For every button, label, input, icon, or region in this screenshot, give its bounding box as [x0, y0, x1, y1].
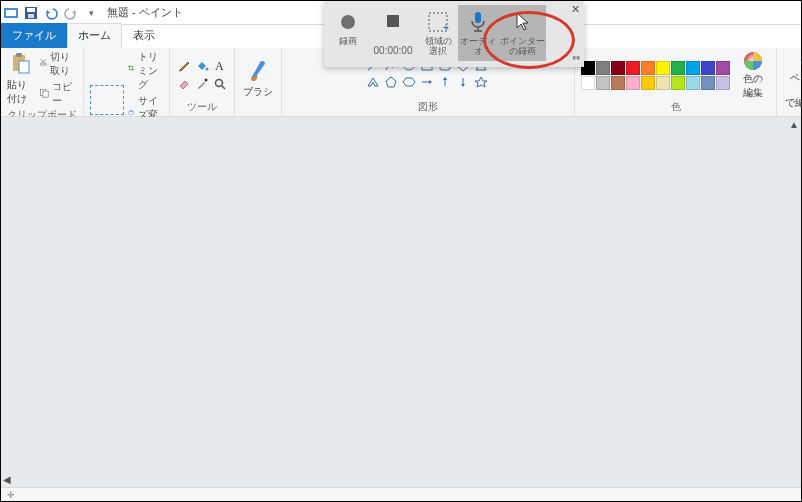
svg-point-9 [43, 62, 45, 64]
paste-label: 貼り付け [7, 78, 35, 106]
pencil-tool[interactable] [176, 58, 192, 74]
color-swatch[interactable] [596, 76, 610, 90]
color-swatch[interactable] [671, 76, 685, 90]
color-wheel-icon [742, 50, 764, 72]
color-swatch[interactable] [641, 76, 655, 90]
copy-icon [39, 88, 50, 101]
paint3d-icon [798, 43, 802, 71]
region-select-button[interactable]: + 領域の 選択 [418, 5, 458, 61]
svg-point-17 [205, 79, 208, 82]
crop-label: トリミング [138, 50, 163, 92]
scroll-up-icon[interactable]: ▲ [789, 119, 799, 130]
svg-marker-26 [368, 78, 378, 86]
shapes-group-label: 図形 [418, 100, 438, 116]
crop-icon [128, 65, 135, 78]
scissors-icon [39, 58, 48, 71]
copy-label: コピー [52, 80, 77, 108]
tools-group-label: ツール [187, 100, 217, 116]
svg-marker-32 [443, 77, 447, 80]
brush-icon [244, 55, 272, 85]
color-swatch[interactable] [581, 76, 595, 90]
redo-icon[interactable] [63, 5, 79, 21]
tab-home[interactable]: ホーム [67, 23, 122, 48]
region-icon: + [423, 7, 453, 37]
color-swatch[interactable] [716, 76, 730, 90]
stop-icon[interactable] [383, 11, 403, 31]
svg-rect-6 [16, 53, 22, 57]
color-swatch[interactable] [656, 61, 670, 75]
svg-rect-3 [27, 8, 35, 12]
brush-label: ブラシ [243, 85, 273, 99]
app-icon [3, 5, 19, 21]
canvas-area[interactable]: ◀ ▲ [1, 117, 801, 487]
close-icon[interactable]: ✕ [571, 3, 580, 16]
colors-group-label: 色 [671, 100, 681, 116]
recording-time: 00:00:00 [368, 35, 418, 65]
svg-text:A: A [215, 59, 224, 73]
color-swatch[interactable] [656, 76, 670, 90]
picker-tool[interactable] [194, 76, 210, 92]
color-palette[interactable] [581, 61, 730, 90]
svg-marker-30 [429, 80, 432, 84]
svg-rect-39 [387, 15, 399, 27]
color-swatch[interactable] [626, 61, 640, 75]
color-swatch[interactable] [641, 61, 655, 75]
color-swatch[interactable] [626, 76, 640, 90]
color-swatch[interactable] [596, 61, 610, 75]
svg-point-38 [341, 15, 355, 29]
record-button[interactable]: 録画 [328, 5, 368, 61]
cut-button[interactable]: 切り取り [39, 50, 78, 78]
select-rect-icon [90, 85, 124, 115]
svg-rect-1 [6, 10, 16, 16]
svg-rect-42 [475, 12, 481, 23]
paint3d-label: ペイント 3D で編集する [783, 71, 802, 110]
color-swatch[interactable] [701, 76, 715, 90]
svg-marker-28 [403, 78, 415, 86]
record-circle-icon [333, 7, 363, 37]
copy-button[interactable]: コピー [39, 80, 78, 108]
color-swatch[interactable] [701, 61, 715, 75]
svg-rect-4 [28, 14, 34, 18]
magnifier-tool[interactable] [212, 76, 228, 92]
move-handle-icon[interactable]: ⇔ [572, 52, 580, 63]
color-swatch[interactable] [716, 61, 730, 75]
save-icon[interactable] [23, 5, 39, 21]
undo-icon[interactable] [43, 5, 59, 21]
status-bar: ✛ [1, 487, 801, 501]
text-tool[interactable]: A [212, 58, 228, 74]
pointer-label: ポインターの録画 [498, 37, 546, 57]
color-swatch[interactable] [611, 76, 625, 90]
paint3d-button[interactable]: ペイント 3D で編集する [783, 53, 802, 101]
color-swatch[interactable] [686, 76, 700, 90]
qat-dropdown-icon[interactable]: ▾ [83, 5, 99, 21]
color-swatch[interactable] [611, 61, 625, 75]
cursor-pos-icon: ✛ [7, 490, 15, 500]
pointer-record-button[interactable]: ポインターの録画 [498, 5, 546, 61]
audio-button[interactable]: オーディオ [458, 5, 498, 61]
tools-grid: A [176, 58, 228, 92]
edit-colors-label: 色の 編集 [743, 72, 763, 100]
record-label: 録画 [339, 37, 357, 47]
edit-colors-button[interactable]: 色の 編集 [736, 51, 770, 99]
svg-line-19 [222, 86, 225, 89]
brush-button[interactable]: ブラシ [241, 53, 275, 101]
tab-view[interactable]: 表示 [122, 23, 166, 48]
paste-icon [9, 52, 33, 76]
color-swatch[interactable] [686, 61, 700, 75]
cursor-icon [507, 7, 537, 37]
svg-marker-35 [475, 77, 487, 87]
tab-file[interactable]: ファイル [1, 23, 67, 48]
scroll-left-icon[interactable]: ◀ [3, 474, 11, 485]
svg-point-8 [40, 62, 42, 64]
eraser-tool[interactable] [176, 76, 192, 92]
paste-button[interactable]: 貼り付け [7, 55, 35, 103]
svg-rect-13 [42, 91, 47, 97]
fill-tool[interactable] [194, 58, 210, 74]
color-swatch[interactable] [671, 61, 685, 75]
crop-button[interactable]: トリミング [128, 50, 163, 92]
cut-label: 切り取り [50, 50, 77, 78]
gamebar-overlay: ✕ ⇔ 録画 00:00:00 + 領域の 選択 オーディオ [324, 1, 584, 67]
svg-marker-27 [386, 77, 396, 87]
svg-point-15 [206, 68, 209, 71]
svg-text:+: + [443, 22, 449, 33]
